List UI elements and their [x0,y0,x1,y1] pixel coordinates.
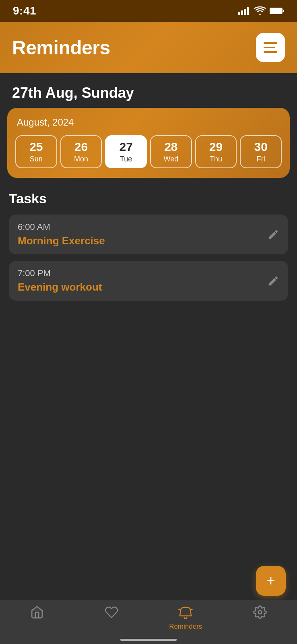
task-item-1[interactable]: 7:00 PMEvening workout [9,261,288,301]
wifi-icon [254,6,266,15]
day-number: 30 [254,140,268,153]
home-icon [30,605,44,619]
task-time: 6:00 AM [18,222,267,232]
menu-button[interactable] [256,33,285,62]
calendar-day-27[interactable]: 27Tue [105,135,147,168]
status-icons [238,6,284,15]
svg-rect-4 [270,8,282,14]
settings-icon [253,605,267,619]
battery-icon [270,7,284,14]
app-title: Reminders [12,37,110,59]
day-name: Wed [164,155,179,163]
day-number: 28 [164,140,177,153]
calendar-day-29[interactable]: 29Thu [195,135,237,168]
tasks-section: Tasks 6:00 AMMorning Exercise7:00 PMEven… [0,178,297,301]
menu-icon [264,42,277,53]
add-icon: + [266,574,275,588]
calendar-day-30[interactable]: 30Fri [240,135,282,168]
svg-rect-1 [241,10,243,15]
nav-item-home[interactable] [0,605,74,619]
nav-label-reminders: Reminders [169,623,202,631]
status-time: 9:41 [13,4,36,17]
edit-icon[interactable] [267,275,279,287]
add-task-button[interactable]: + [256,566,286,596]
bell-icon [178,605,193,621]
signal-icon [238,6,250,15]
task-item-0[interactable]: 6:00 AMMorning Exercise [9,215,288,254]
svg-point-7 [258,611,262,614]
nav-item-reminders[interactable]: Reminders [148,605,223,631]
svg-marker-6 [31,607,43,611]
day-number: 25 [29,140,43,153]
svg-rect-0 [238,12,240,15]
date-title-section: 27th Aug, Sunday [0,73,297,108]
calendar-day-28[interactable]: 28Wed [150,135,192,168]
day-name: Sun [30,155,43,163]
home-icon-wrapper [30,605,44,619]
heart-icon-wrapper [105,605,118,619]
svg-rect-2 [244,9,246,15]
task-info: 6:00 AMMorning Exercise [18,222,267,247]
app-header: Reminders [0,22,297,73]
day-name: Mon [74,155,88,163]
date-title: 27th Aug, Sunday [12,85,285,101]
heart-icon [105,605,118,619]
nav-item-settings[interactable] [223,605,297,619]
svg-rect-3 [247,7,249,15]
calendar-day-26[interactable]: 26Mon [60,135,102,168]
calendar-strip: August, 2024 25Sun26Mon27Tue28Wed29Thu30… [7,108,290,178]
task-name: Morning Exercise [18,235,267,247]
day-name: Thu [210,155,222,163]
nav-item-favorites[interactable] [74,605,149,619]
task-time: 7:00 PM [18,268,267,279]
bottom-nav: Reminders [0,600,297,644]
day-number: 26 [74,140,88,153]
tasks-list: 6:00 AMMorning Exercise7:00 PMEvening wo… [9,215,288,301]
tasks-title: Tasks [9,191,288,206]
calendar-days: 25Sun26Mon27Tue28Wed29Thu30Fri [15,135,282,168]
svg-rect-5 [283,10,284,12]
bell-icon-wrapper [178,605,193,621]
day-number: 29 [209,140,223,153]
day-name: Tue [120,155,132,163]
gear-icon-wrapper [253,605,267,619]
calendar-month: August, 2024 [15,117,282,128]
edit-icon[interactable] [267,229,279,241]
task-name: Evening workout [18,281,267,293]
task-info: 7:00 PMEvening workout [18,268,267,293]
calendar-day-25[interactable]: 25Sun [15,135,57,168]
status-bar: 9:41 [0,0,297,22]
day-name: Fri [257,155,265,163]
home-indicator [120,639,177,641]
day-number: 27 [119,140,132,153]
